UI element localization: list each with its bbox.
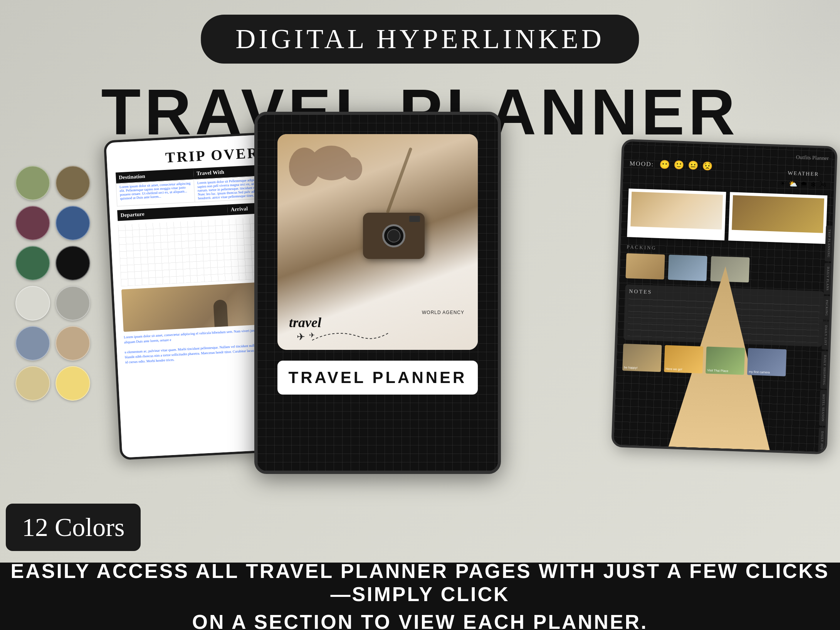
weather-icons: ☀ ⛅ 🌧 ❄ 🌬 [780, 179, 827, 189]
side-tab-1[interactable]: TRIP PLANNING [825, 225, 833, 262]
weather-rain: 🌧 [800, 180, 808, 189]
side-tab-6[interactable]: HOTEL SEASON [819, 390, 827, 426]
swatch-6[interactable] [55, 246, 90, 281]
bottom-photo-2: Here we go! [664, 345, 703, 373]
world-agency-label: WORLD AGENCY [422, 310, 464, 315]
mood-icon-4: 😟 [702, 161, 713, 171]
dotted-path-svg [312, 325, 389, 344]
weather-section: WEATHER ☀ ⛅ 🌧 ❄ 🌬 [780, 170, 827, 189]
photos-grid [627, 188, 827, 244]
badge-text: DIGITAL HYPERLINKED [235, 24, 604, 54]
small-photo-2 [668, 255, 707, 281]
swatch-11[interactable] [15, 366, 50, 401]
center-title-text: TRAVEL PLANNER [289, 368, 467, 386]
right-tablet: Outfits Planner MOOD: 😶 🙂 😐 😟 WEATHER ☀ … [611, 139, 838, 454]
polaroid-2 [728, 192, 827, 244]
swatch-7[interactable] [15, 286, 50, 321]
bottom-photo-4: my first camera [747, 348, 786, 376]
side-tab-5[interactable]: DAILY SHOPPING [820, 351, 829, 389]
polaroid-photo-1 [630, 192, 723, 229]
side-tab-3[interactable]: PACKING [823, 296, 831, 320]
center-tablet: WORLD AGENCY travel ✈ ✈ TRAVEL PLANNER [254, 112, 501, 474]
bottom-photos: be happy! Here we go! Visit Thai Place m… [622, 344, 822, 378]
bottom-text-line1: EASILY ACCESS ALL TRAVEL PLANNER PAGES W… [0, 559, 840, 606]
top-badge: DIGITAL HYPERLINKED [201, 15, 639, 64]
bottom-photo-3: Visit Thai Place [706, 346, 745, 375]
polaroid-photo-2 [732, 195, 824, 233]
polaroid-1 [627, 188, 726, 240]
right-tablet-inner: Outfits Planner MOOD: 😶 🙂 😐 😟 WEATHER ☀ … [613, 141, 835, 452]
cover-image: WORLD AGENCY travel ✈ ✈ [277, 134, 478, 350]
cover-photo: WORLD AGENCY travel ✈ ✈ [277, 134, 478, 350]
swatch-3[interactable] [15, 206, 50, 240]
small-photo-1 [626, 253, 665, 279]
side-tab-7[interactable]: DAILY JOURNAL [818, 427, 826, 454]
mood-icon-2: 🙂 [674, 160, 684, 170]
side-tab-2[interactable]: DAILY PLANS [823, 263, 832, 295]
bottom-photo-1: be happy! [622, 344, 662, 372]
weather-snow: ❄ [810, 180, 816, 189]
swatch-2[interactable] [55, 166, 90, 200]
swatch-4[interactable] [55, 206, 90, 240]
swatch-1[interactable] [15, 166, 50, 200]
swatches-container [12, 162, 100, 405]
small-photo-3 [710, 256, 749, 282]
center-title-box: TRAVEL PLANNER [277, 361, 478, 395]
tablets-container: TRIP OVER Destination Travel With Lorem … [104, 112, 840, 563]
center-tablet-inner: WORLD AGENCY travel ✈ ✈ TRAVEL PLANNER [257, 115, 498, 471]
swatches-grid [12, 162, 100, 405]
mood-icon-1: 😶 [659, 160, 670, 170]
weather-sun: ☀ [780, 179, 786, 188]
weather-label: WEATHER [780, 170, 827, 178]
bottom-text-line2: ON A SECTION TO VIEW EACH PLANNER. [192, 610, 648, 630]
swatch-8[interactable] [55, 286, 90, 321]
swatch-12[interactable] [55, 366, 90, 401]
side-tab-4[interactable]: DAILY LIST [822, 321, 830, 349]
mood-icons: 😶 🙂 😐 😟 [659, 160, 713, 171]
trip-cell-1: Lorem ipsum dolor sit amet, consectetur … [116, 180, 195, 206]
svg-point-2 [343, 157, 362, 180]
world-map-svg [281, 140, 366, 194]
camera-lens [382, 224, 405, 247]
weather-wind: 🌬 [819, 180, 827, 189]
weather-cloud: ⛅ [789, 180, 798, 188]
bottom-bar: EASILY ACCESS ALL TRAVEL PLANNER PAGES W… [0, 563, 840, 630]
camera-body [363, 213, 425, 259]
mood-icon-3: 😐 [688, 160, 699, 171]
swatch-5[interactable] [15, 246, 50, 281]
swatch-9[interactable] [15, 326, 50, 361]
swatch-10[interactable] [55, 326, 90, 361]
col-departure: Departure [117, 205, 228, 221]
camera-strap [386, 147, 412, 213]
mood-label: MOOD: [630, 160, 654, 168]
